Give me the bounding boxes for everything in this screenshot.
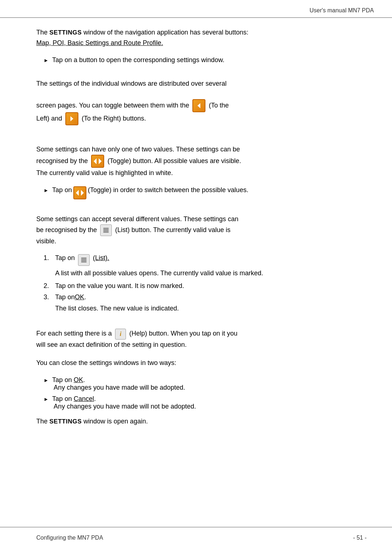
footer-right: - 51 - [353,535,367,541]
right-arrow-icon [65,112,78,125]
para2b-text: screen pages. You can toggle between the… [36,102,189,109]
bottom-rule [0,527,392,527]
numbered-list: 1. Tap on (List). A list with all possib… [44,254,367,312]
bullet-ok-b: OK [74,376,83,383]
paragraph-6: You can close the settings windows in tw… [36,358,367,368]
paragraph-final: The Settings window is open again. [36,416,367,427]
svg-rect-9 [103,232,109,232]
numbered3b-text: OK [75,293,84,301]
header-title: User's manual MN7 PDA [310,7,374,14]
svg-rect-6 [103,228,109,228]
numbered2-text: Tap on the value you want. It is now mar… [55,282,184,290]
toggle-icon-2 [73,186,86,199]
para1-links: Map, POI, Basic Settings and Route Profi… [36,39,163,46]
para1-post: window of the navigation application has… [82,29,248,36]
svg-marker-2 [94,158,97,164]
para5a-text: For each setting there is a [36,330,112,337]
svg-marker-3 [99,158,102,164]
paragraph-3: Some settings can have only one of two v… [36,144,367,178]
numbered-item-1: 1. Tap on (List). [44,254,367,266]
svg-rect-13 [81,262,87,263]
paragraph-5: For each setting there is a i (Help) but… [36,328,367,350]
list-icon-2 [78,254,90,266]
bullet-cancel-a: Tap on [52,395,74,402]
para2d-text: Left) and [36,115,62,122]
numbered-item-3: 3. Tap on OK. [44,293,367,301]
para7-post: window is open again. [82,418,148,425]
svg-rect-7 [103,229,109,230]
para4c-text: visible. [36,238,56,245]
svg-marker-4 [76,190,79,196]
svg-marker-5 [81,190,84,196]
svg-rect-12 [81,260,87,261]
para2e-text: (To the Right) buttons. [82,115,146,122]
left-arrow-icon [192,99,205,112]
para4b2-text: (List) button. The currently valid value… [115,226,230,233]
numbered-item-2: 2. Tap on the value you want. It is now … [44,282,367,290]
paragraph-2: The settings of the individual windows a… [36,78,367,126]
svg-rect-11 [81,259,87,260]
toggle-icon-1 [91,155,104,168]
bullet-cancel-sub: Any changes you have made will not be ad… [54,403,196,410]
bullet2-text: Tap on [52,186,72,194]
bullet-item-cancel: ► Tap on Cancel. Any changes you have ma… [44,395,367,410]
para3b2-text: (Toggle) button. All possible values are… [107,157,241,165]
numbered3-sub: The list closes. The new value is indica… [55,305,367,312]
para5c-text: will see an exact definition of the sett… [36,341,187,348]
bullet1-text: Tap on a button to open the correspondin… [52,56,224,64]
footer-left: Configuring the MN7 PDA [36,535,103,541]
para7-pre: The [36,418,49,425]
para6-text: You can close the settings windows in tw… [36,359,176,366]
main-content: The Settings window of the navigation ap… [36,27,367,516]
top-rule [0,17,392,18]
bullet-item-1: ► Tap on a button to open the correspond… [44,56,367,64]
bullet-arrow-2: ► [44,187,49,193]
svg-marker-0 [197,103,200,108]
svg-marker-1 [70,116,73,121]
paragraph-1: The Settings window of the navigation ap… [36,27,367,48]
bullet-arrow-ok: ► [44,377,49,383]
list-icon-1 [100,224,112,236]
numbered1b-text: (List). [93,254,109,262]
para2c-text: (To the [209,102,229,109]
page-container: User's manual MN7 PDA The Settings windo… [0,0,392,552]
bullet-ok-period: . [83,376,85,383]
footer: Configuring the MN7 PDA - 51 - [36,535,367,541]
bullet-ok-container: Tap on OK. Any changes you have made wil… [52,376,185,391]
numbered3a-text: Tap on [55,293,75,301]
bullet-item-ok: ► Tap on OK. Any changes you have made w… [44,376,367,391]
bullet-ok-a: Tap on [52,376,74,383]
para3b-text: recognised by the [36,157,88,165]
para5b-text: (Help) button. When you tap on it you [129,330,237,337]
help-icon: i [115,329,126,340]
numbered3-period: . [84,293,86,301]
bullet-arrow-cancel: ► [44,396,49,402]
bullet-ok-sub: Any changes you have made will be adopte… [54,384,185,391]
settings-label-1: Settings [49,29,82,36]
para3c-text: The currently valid value is highlighted… [36,169,173,176]
svg-rect-8 [103,230,109,231]
para4a-text: Some settings can accept several differe… [36,215,238,223]
para3a-text: Some settings can have only one of two v… [36,146,240,153]
para4b-text: be recognised by the [36,226,97,233]
settings-label-2: Settings [49,418,82,425]
para2-text: The settings of the individual windows a… [36,80,226,87]
para1-pre: The [36,29,49,36]
paragraph-4: Some settings can accept several differe… [36,214,367,247]
bullet-cancel-b: Cancel [74,395,94,402]
svg-rect-10 [81,258,87,259]
bullet-arrow-1: ► [44,57,49,63]
bullet-cancel-period: . [94,395,96,402]
numbered1a-text: Tap on [55,254,75,262]
numbered1-sub: A list with all possible values opens. T… [55,269,367,277]
bullet-item-2: ► Tap on (Toggle) in order to switch bet… [44,186,367,199]
bullet2b-text: (Toggle) in order to switch between the … [88,186,248,194]
bullet-cancel-container: Tap on Cancel. Any changes you have made… [52,395,196,410]
